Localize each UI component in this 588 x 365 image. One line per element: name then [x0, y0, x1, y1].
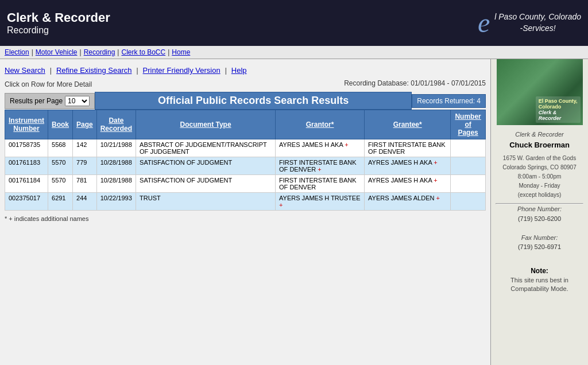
new-search-link[interactable]: New Search [5, 66, 45, 75]
col-book[interactable]: Book [48, 110, 73, 139]
county-name: l Paso County, Colorado -Services! [494, 11, 581, 34]
results-title: Official Public Records Search Results [95, 92, 412, 110]
col-instrument-number[interactable]: InstrumentNumber [5, 110, 48, 139]
cell-grantee: AYRES JAMES H AKA + [365, 175, 451, 193]
cell-instrument-number: 001761184 [5, 175, 48, 193]
e-logo-icon: e [478, 9, 490, 37]
cell-document-type: ABSTRACT OF JUDGEMENT/TRANSCRIPT OF JUDG… [136, 139, 276, 157]
navigation-bar: Election | Motor Vehicle | Recording | C… [0, 46, 588, 59]
col-grantee[interactable]: Grantee* [365, 110, 451, 139]
phone-label: Phone Number: [496, 204, 583, 214]
table-row[interactable]: 001761183557077910/28/1988SATISFACTION O… [5, 157, 486, 175]
results-header: Results per Page 10 25 50 100 Official P… [5, 92, 486, 110]
col-page[interactable]: Page [73, 110, 97, 139]
cell-book: 5570 [48, 175, 73, 193]
address-line1: 1675 W. Garden of the Gods [496, 154, 583, 163]
page-header: Clerk & Recorder Recording e l Paso Coun… [0, 0, 588, 46]
clerk-title-label: Clerk & Recorder [496, 130, 583, 139]
site-title: Clerk & Recorder [7, 10, 110, 25]
nav-home[interactable]: Home [172, 48, 190, 56]
cell-grantor: FIRST INTERSTATE BANK OF DENVER [276, 175, 365, 193]
results-per-page: Results per Page 10 25 50 100 [5, 93, 95, 109]
col-grantor[interactable]: Grantor* [276, 110, 365, 139]
county-seal-image: El Paso County, Colorado Clerk & Recorde… [497, 59, 583, 125]
results-per-page-label: Results per Page [10, 97, 63, 105]
nav-clerk-to-bocc[interactable]: Clerk to BoCC [121, 48, 165, 56]
header-county-info: e l Paso County, Colorado -Services! [478, 9, 581, 37]
cell-date-recorded: 10/21/1988 [96, 139, 136, 157]
cell-grantor: FIRST INTERSTATE BANK OF DENVER + [276, 157, 365, 175]
office-hours: 8:00am - 5:00pm [496, 172, 583, 181]
cell-page: 244 [73, 193, 97, 211]
records-returned: Records Returned: 4 [412, 94, 486, 108]
grantor-plus-link[interactable]: + [279, 201, 283, 208]
table-header-row: InstrumentNumber Book Page DateRecorded … [5, 110, 486, 139]
cell-grantee: AYERS JAMES ALDEN + [365, 193, 451, 211]
table-row[interactable]: 001758735556814210/21/1988ABSTRACT OF JU… [5, 139, 486, 157]
grantor-plus-link[interactable]: + [345, 141, 348, 148]
results-per-page-select[interactable]: 10 25 50 100 [65, 96, 90, 106]
database-info: Recording Database: 01/01/1984 - 07/01/2… [344, 79, 486, 87]
cell-num-pages [451, 175, 486, 193]
grantee-plus-link[interactable]: + [436, 195, 439, 201]
cell-page: 781 [73, 175, 97, 193]
address-block: 1675 W. Garden of the Gods Colorado Spri… [496, 154, 583, 200]
table-body: 001758735556814210/21/1988ABSTRACT OF JU… [5, 139, 486, 211]
results-table: InstrumentNumber Book Page DateRecorded … [5, 110, 486, 211]
cell-instrument-number: 001758735 [5, 139, 48, 157]
cell-page: 142 [73, 139, 97, 157]
col-num-pages[interactable]: Numberof Pages [451, 110, 486, 139]
cell-grantor: AYERS JAMES H TRUSTEE + [276, 193, 365, 211]
sidebar: El Paso County, Colorado Clerk & Recorde… [490, 59, 588, 365]
cell-book: 5570 [48, 157, 73, 175]
cell-document-type: SATISFACTION OF JUDGMENT [136, 175, 276, 193]
table-footnote: * + indicates additional names [5, 215, 486, 222]
cell-num-pages [451, 193, 486, 211]
nav-election[interactable]: Election [5, 48, 29, 56]
click-hint: Click on Row for More Detail [5, 80, 92, 88]
records-returned-label: Records Returned: [417, 97, 475, 105]
cell-book: 6291 [48, 193, 73, 211]
grantee-plus-link[interactable]: + [434, 177, 437, 184]
office-except: (except holidays) [496, 191, 583, 200]
cell-grantor: AYRES JAMES H AKA + [276, 139, 365, 157]
refine-search-link[interactable]: Refine Existing Search [56, 66, 132, 75]
cell-page: 779 [73, 157, 97, 175]
cell-num-pages [451, 139, 486, 157]
cell-date-recorded: 10/28/1988 [96, 157, 136, 175]
note-title: Note: [496, 266, 583, 276]
cell-document-type: TRUST [136, 193, 276, 211]
nav-motor-vehicle[interactable]: Motor Vehicle [36, 48, 78, 56]
action-bar: New Search | Refine Existing Search | Pr… [5, 64, 486, 79]
records-returned-value: 4 [477, 97, 481, 105]
address-line2: Colorado Springs, CO 80907 [496, 163, 583, 172]
cell-date-recorded: 10/22/1993 [96, 193, 136, 211]
cell-num-pages [451, 157, 486, 175]
phone-value: (719) 520-6200 [496, 214, 583, 224]
sidebar-info: Clerk & Recorder Chuck Broerman 1675 W. … [491, 125, 588, 298]
col-document-type[interactable]: Document Type [136, 110, 276, 139]
cell-book: 5568 [48, 139, 73, 157]
fax-label: Fax Number: [496, 233, 583, 243]
nav-recording[interactable]: Recording [84, 48, 115, 56]
table-row[interactable]: 001761184557078110/28/1988SATISFACTION O… [5, 175, 486, 193]
fax-value: (719) 520-6971 [496, 242, 583, 252]
cell-instrument-number: 001761183 [5, 157, 48, 175]
site-subtitle: Recording [7, 25, 110, 36]
cell-grantee: FIRST INTERSTATE BANK OF DENVER [365, 139, 451, 157]
header-branding: Clerk & Recorder Recording [7, 10, 110, 36]
main-content: New Search | Refine Existing Search | Pr… [0, 59, 490, 365]
cell-date-recorded: 10/28/1988 [96, 175, 136, 193]
grantor-plus-link[interactable]: + [318, 166, 321, 173]
table-row[interactable]: 002375017629124410/22/1993TRUSTAYERS JAM… [5, 193, 486, 211]
note-text: This site runs best in Compatability Mod… [496, 276, 583, 294]
clerk-name: Chuck Broerman [496, 139, 583, 151]
col-date-recorded[interactable]: DateRecorded [96, 110, 136, 139]
main-layout: New Search | Refine Existing Search | Pr… [0, 59, 588, 365]
grantee-plus-link[interactable]: + [434, 159, 437, 166]
printer-friendly-link[interactable]: Printer Friendly Version [143, 66, 220, 75]
office-days: Monday - Friday [496, 181, 583, 191]
cell-document-type: SATISFACTION OF JUDGMENT [136, 157, 276, 175]
cell-instrument-number: 002375017 [5, 193, 48, 211]
help-link[interactable]: Help [231, 66, 247, 75]
